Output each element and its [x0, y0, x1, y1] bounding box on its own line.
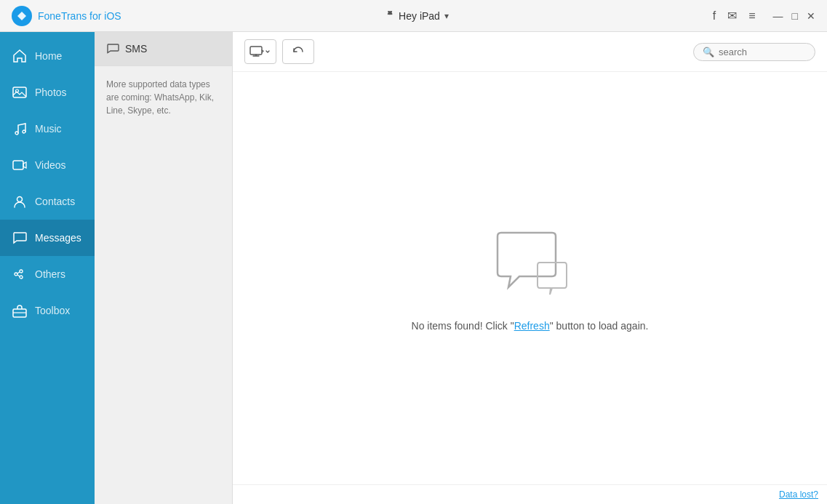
footer: Data lost? — [233, 484, 827, 504]
window-controls: — □ ✕ — [773, 11, 815, 21]
sidebar-item-videos-label: Videos — [35, 159, 66, 171]
facebook-icon[interactable]: f — [713, 9, 716, 23]
sub-sidebar-item-sms-label: SMS — [125, 43, 147, 55]
close-button[interactable]: ✕ — [807, 11, 815, 21]
svg-rect-14 — [250, 47, 262, 55]
videos-icon — [12, 157, 28, 173]
svg-point-9 — [20, 276, 23, 279]
svg-point-6 — [17, 197, 23, 202]
sidebar-item-messages[interactable]: Messages — [0, 220, 95, 256]
svg-point-4 — [23, 130, 25, 133]
sidebar-item-videos[interactable]: Videos — [0, 147, 95, 183]
app-title: FoneTrans for iOS — [38, 10, 121, 22]
pc-icon — [249, 46, 264, 57]
sidebar-item-music[interactable]: Music — [0, 111, 95, 147]
titlebar-right: f ✉ ≡ — □ ✕ — [713, 9, 815, 23]
sub-sidebar-info: More supported data types are coming: Wh… — [95, 66, 232, 129]
others-icon — [12, 266, 28, 282]
titlebar-center: Hey iPad ▾ — [378, 10, 449, 22]
search-input[interactable] — [719, 47, 806, 57]
chat-icon[interactable]: ✉ — [727, 9, 737, 23]
svg-point-8 — [20, 270, 23, 273]
svg-line-11 — [17, 275, 20, 276]
menu-icon[interactable]: ≡ — [748, 9, 755, 23]
sidebar-item-others-label: Others — [35, 268, 65, 280]
sidebar-item-contacts-label: Contacts — [35, 196, 75, 207]
svg-rect-1 — [13, 87, 26, 97]
titlebar: FoneTrans for iOS Hey iPad ▾ f ✉ ≡ — □ ✕ — [0, 0, 827, 32]
sidebar-item-contacts[interactable]: Contacts — [0, 183, 95, 220]
empty-message-after: " button to load again. — [550, 320, 649, 332]
apple-logo-icon — [383, 10, 394, 22]
svg-point-7 — [15, 273, 17, 276]
sidebar-item-music-label: Music — [35, 123, 62, 135]
chevron-down-icon[interactable]: ▾ — [444, 11, 449, 21]
sub-sidebar-item-sms[interactable]: SMS — [95, 32, 232, 66]
empty-state-message: No items found! Click "Refresh" button t… — [412, 320, 649, 332]
refresh-button[interactable] — [282, 39, 314, 64]
main-layout: Home Photos Music Videos — [0, 32, 827, 504]
dropdown-arrow-icon — [264, 48, 271, 55]
svg-line-10 — [17, 272, 20, 273]
music-icon — [12, 121, 28, 137]
pc-transfer-button[interactable] — [244, 39, 276, 64]
content-area: 🔍 No items found! Click "Refresh" button… — [233, 32, 827, 504]
chat-bubbles-illustration — [483, 225, 578, 305]
sidebar: Home Photos Music Videos — [0, 32, 95, 504]
data-lost-link[interactable]: Data lost? — [779, 489, 818, 500]
refresh-link[interactable]: Refresh — [514, 320, 550, 332]
minimize-button[interactable]: — — [773, 11, 783, 21]
sub-sidebar: SMS More supported data types are coming… — [95, 32, 233, 504]
toolbar-left — [244, 39, 314, 64]
toolbox-icon — [12, 303, 28, 319]
sidebar-item-toolbox-label: Toolbox — [35, 305, 70, 316]
sidebar-item-home[interactable]: Home — [0, 38, 95, 74]
maximize-button[interactable]: □ — [792, 11, 798, 21]
app-logo-icon — [12, 6, 32, 26]
contacts-icon — [12, 193, 28, 209]
sidebar-item-photos[interactable]: Photos — [0, 74, 95, 111]
home-icon — [12, 48, 28, 64]
empty-message-before: No items found! Click " — [412, 320, 514, 332]
empty-state: No items found! Click "Refresh" button t… — [233, 72, 827, 484]
sidebar-item-photos-label: Photos — [35, 87, 67, 98]
sidebar-item-toolbox[interactable]: Toolbox — [0, 292, 95, 329]
sms-icon — [106, 42, 119, 55]
sidebar-item-messages-label: Messages — [35, 232, 81, 244]
photos-icon — [12, 84, 28, 100]
search-box: 🔍 — [693, 43, 815, 61]
svg-point-3 — [15, 132, 18, 135]
sidebar-item-home-label: Home — [35, 50, 62, 62]
search-icon: 🔍 — [703, 47, 714, 57]
sidebar-item-others[interactable]: Others — [0, 256, 95, 292]
refresh-icon — [292, 45, 305, 58]
messages-icon — [12, 230, 28, 246]
device-name: Hey iPad — [399, 10, 440, 22]
svg-rect-5 — [13, 161, 23, 169]
titlebar-left: FoneTrans for iOS — [12, 6, 121, 26]
toolbar: 🔍 — [233, 32, 827, 72]
